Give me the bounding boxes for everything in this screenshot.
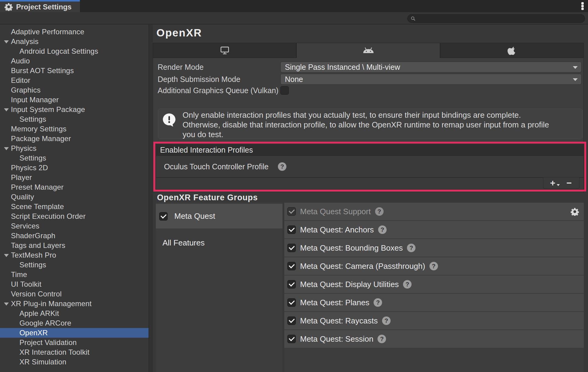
sidebar-item-scene-template[interactable]: Scene Template bbox=[0, 202, 149, 211]
list-divider bbox=[156, 177, 583, 178]
sidebar-item-preset-manager[interactable]: Preset Manager bbox=[0, 182, 149, 192]
sidebar-item-xr-simulation[interactable]: XR Simulation bbox=[0, 357, 149, 367]
desktop-platform-icon bbox=[220, 46, 230, 55]
sidebar-item-google-arcore[interactable]: Google ARCore bbox=[0, 318, 149, 328]
feature-group-checkbox[interactable] bbox=[159, 212, 168, 221]
sidebar-item-script-execution-order[interactable]: Script Execution Order bbox=[0, 211, 149, 221]
search-input[interactable] bbox=[407, 14, 585, 23]
sidebar-item-physics[interactable]: Physics bbox=[0, 144, 149, 153]
sidebar-item-burst-aot-settings[interactable]: Burst AOT Settings bbox=[0, 66, 149, 76]
feature-checkbox[interactable] bbox=[287, 225, 296, 234]
add-profile-button[interactable]: + bbox=[550, 178, 556, 188]
project-settings-tab[interactable]: Project Settings bbox=[0, 0, 80, 12]
help-icon[interactable]: ? bbox=[378, 335, 386, 343]
feature-checkbox[interactable] bbox=[287, 244, 296, 252]
info-bubble-icon bbox=[162, 113, 177, 128]
depth-submission-dropdown[interactable]: None bbox=[280, 74, 582, 85]
feature-label: Meta Quest: Camera (Passthrough)? bbox=[300, 257, 438, 275]
sidebar-item-label: Adaptive Performance bbox=[11, 27, 84, 37]
foldout-triangle-icon[interactable] bbox=[4, 303, 9, 306]
page-title: OpenXR bbox=[156, 27, 202, 39]
platform-tab-apple[interactable] bbox=[440, 43, 584, 58]
remove-profile-button[interactable]: − bbox=[566, 178, 572, 188]
sidebar-item-tags-and-layers[interactable]: Tags and Layers bbox=[0, 241, 149, 250]
interaction-profile-row[interactable]: Oculus Touch Controller Profile ? bbox=[156, 156, 583, 177]
feature-group-row-all-features[interactable]: All Features bbox=[156, 235, 282, 250]
platform-tab-desktop[interactable] bbox=[153, 43, 296, 58]
interaction-profile-warning: Only enable interaction profiles that yo… bbox=[158, 109, 583, 139]
sidebar-item-input-manager[interactable]: Input Manager bbox=[0, 95, 149, 105]
feature-row-meta-quest-planes: Meta Quest: Planes? bbox=[284, 294, 584, 312]
sidebar-item-audio[interactable]: Audio bbox=[0, 56, 149, 66]
foldout-triangle-icon[interactable] bbox=[4, 147, 9, 150]
feature-group-row-meta-quest[interactable]: Meta Quest bbox=[156, 204, 282, 228]
foldout-triangle-icon[interactable] bbox=[4, 40, 9, 43]
help-icon[interactable]: ? bbox=[382, 316, 391, 325]
help-icon[interactable]: ? bbox=[375, 207, 384, 216]
sidebar-item-package-manager[interactable]: Package Manager bbox=[0, 134, 149, 144]
enabled-interaction-profiles-header: Enabled Interaction Profiles bbox=[156, 144, 583, 156]
sidebar-item-label: Services bbox=[11, 221, 39, 231]
feature-settings-gear-icon[interactable] bbox=[571, 208, 579, 216]
sidebar-item-analysis[interactable]: Analysis bbox=[0, 37, 149, 46]
sidebar-item-physics-2d[interactable]: Physics 2D bbox=[0, 163, 149, 173]
help-icon[interactable]: ? bbox=[374, 298, 382, 307]
feature-row-meta-quest-camera-passthrough-: Meta Quest: Camera (Passthrough)? bbox=[284, 257, 584, 276]
sidebar-item-label: Quality bbox=[11, 192, 34, 202]
sidebar-item-memory-settings[interactable]: Memory Settings bbox=[0, 124, 149, 134]
sidebar-item-xr-interaction-toolkit[interactable]: XR Interaction Toolkit bbox=[0, 347, 149, 357]
feature-checkbox[interactable] bbox=[287, 298, 296, 307]
feature-label: Meta Quest: Planes? bbox=[300, 294, 382, 311]
add-dropdown-caret bbox=[557, 184, 560, 186]
help-icon[interactable]: ? bbox=[278, 162, 286, 171]
help-icon[interactable]: ? bbox=[429, 262, 438, 270]
sidebar-item-version-control[interactable]: Version Control bbox=[0, 289, 149, 299]
sidebar-item-player[interactable]: Player bbox=[0, 173, 149, 182]
sidebar-item-label: Android Logcat Settings bbox=[19, 46, 98, 56]
sidebar-item-apple-arkit[interactable]: Apple ARKit bbox=[0, 309, 149, 318]
sidebar-item-project-validation[interactable]: Project Validation bbox=[0, 338, 149, 347]
sidebar-item-settings[interactable]: Settings bbox=[0, 114, 149, 124]
help-icon[interactable]: ? bbox=[407, 244, 415, 252]
feature-checkbox[interactable] bbox=[287, 280, 296, 289]
sidebar-item-textmesh-pro[interactable]: TextMesh Pro bbox=[0, 250, 149, 260]
feature-label-text: Meta Quest: Anchors bbox=[300, 225, 374, 234]
platform-tab-strip bbox=[153, 43, 584, 58]
foldout-triangle-icon[interactable] bbox=[4, 254, 9, 257]
feature-checkbox[interactable] bbox=[287, 316, 296, 325]
feature-checkbox[interactable] bbox=[287, 335, 296, 343]
window-menu-button[interactable] bbox=[580, 2, 585, 11]
feature-row-meta-quest-display-utilities: Meta Quest: Display Utilities? bbox=[284, 276, 584, 294]
sidebar-item-ui-toolkit[interactable]: UI Toolkit bbox=[0, 279, 149, 289]
depth-submission-label: Depth Submission Mode bbox=[158, 74, 240, 85]
sidebar-item-quality[interactable]: Quality bbox=[0, 192, 149, 202]
feature-label: Meta Quest: Bounding Boxes? bbox=[300, 239, 415, 257]
foldout-triangle-icon[interactable] bbox=[4, 108, 9, 111]
sidebar-item-label: Settings bbox=[19, 153, 46, 163]
feature-label-text: Meta Quest Support bbox=[300, 207, 371, 216]
sidebar-item-editor[interactable]: Editor bbox=[0, 76, 149, 85]
feature-checkbox[interactable] bbox=[287, 207, 296, 216]
sidebar-item-input-system-package[interactable]: Input System Package bbox=[0, 105, 149, 114]
sidebar-item-settings[interactable]: Settings bbox=[0, 153, 149, 163]
sidebar-item-xr-plug-in-management[interactable]: XR Plug-in Management bbox=[0, 299, 149, 309]
sidebar-item-openxr[interactable]: OpenXR bbox=[0, 328, 149, 338]
sidebar-item-android-logcat-settings[interactable]: Android Logcat Settings bbox=[0, 46, 149, 56]
sidebar-item-settings[interactable]: Settings bbox=[0, 260, 149, 270]
feature-row-meta-quest-bounding-boxes: Meta Quest: Bounding Boxes? bbox=[284, 239, 584, 257]
feature-groups-heading: OpenXR Feature Groups bbox=[157, 193, 258, 202]
sidebar-item-services[interactable]: Services bbox=[0, 221, 149, 231]
feature-checkbox[interactable] bbox=[287, 262, 296, 270]
project-settings-window: Project Settings Adaptive PerformanceAna… bbox=[0, 0, 588, 372]
sidebar-item-time[interactable]: Time bbox=[0, 270, 149, 279]
feature-row-meta-quest-anchors: Meta Quest: Anchors? bbox=[284, 221, 584, 239]
sidebar-item-graphics[interactable]: Graphics bbox=[0, 85, 149, 95]
help-icon[interactable]: ? bbox=[403, 280, 412, 289]
help-icon[interactable]: ? bbox=[378, 225, 387, 234]
sidebar-item-shadergraph[interactable]: ShaderGraph bbox=[0, 231, 149, 241]
render-mode-dropdown[interactable]: Single Pass Instanced \ Multi-view bbox=[280, 62, 582, 73]
vulkan-queue-checkbox[interactable] bbox=[280, 86, 289, 95]
platform-tab-android[interactable] bbox=[296, 43, 440, 58]
sidebar-item-adaptive-performance[interactable]: Adaptive Performance bbox=[0, 27, 149, 37]
feature-label: Meta Quest Support? bbox=[300, 203, 384, 220]
